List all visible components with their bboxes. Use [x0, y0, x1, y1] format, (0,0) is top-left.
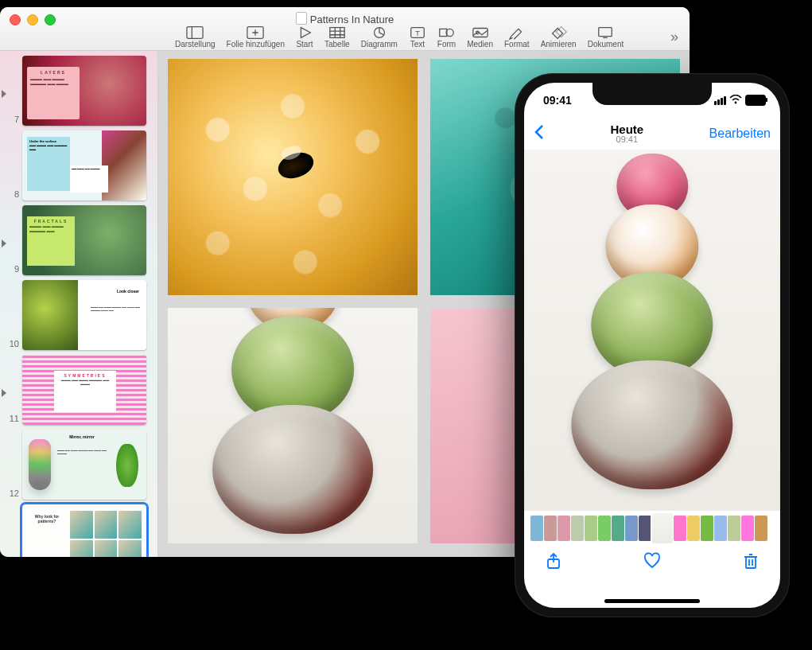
slide-thumbnail-12[interactable]: 12 Mirror, mirror▬▬▬ ▬▬ ▬▬▬ ▬▬▬▬ ▬▬ ▬▬▬ … — [2, 430, 153, 500]
scrubber-thumb[interactable] — [625, 516, 638, 541]
svg-marker-24 — [2, 389, 6, 397]
scrubber-thumb[interactable] — [674, 516, 686, 541]
scrubber-thumb[interactable] — [687, 516, 700, 541]
toolbar-chart[interactable]: Diagramm — [361, 25, 398, 49]
photos-app: 09:41 Heute 09:41 Bearbeiten — [524, 83, 780, 608]
toolbar-text[interactable]: T Text — [409, 25, 426, 49]
scrubber-thumb[interactable] — [571, 516, 584, 541]
toolbar-play[interactable]: Start — [296, 25, 313, 49]
disclosure-icon[interactable] — [0, 386, 8, 394]
slide-navigator[interactable]: 7 LAYERS▬▬▬ ▬▬ ▬▬▬ ▬▬▬▬ ▬▬ ▬▬▬ 8 Under t… — [0, 51, 158, 557]
toolbar-document[interactable]: Dokument — [588, 25, 624, 49]
scrubber-thumb[interactable] — [639, 516, 651, 541]
slide-number: 12 — [2, 488, 19, 500]
svg-marker-22 — [2, 90, 6, 98]
share-button[interactable] — [545, 552, 562, 573]
delete-button[interactable] — [742, 552, 760, 573]
bee-icon — [274, 148, 317, 183]
wifi-icon — [729, 94, 742, 107]
toolbar-media[interactable]: Medien — [467, 25, 493, 49]
scrubber-thumb[interactable] — [598, 516, 611, 541]
document-icon — [296, 12, 307, 25]
slide-thumbnail-10[interactable]: 10 Look closer▬▬▬ ▬▬ ▬▬▬ ▬▬▬▬ ▬▬ ▬▬▬ ▬▬ … — [2, 280, 153, 350]
disclosure-icon[interactable] — [0, 87, 8, 95]
toolbar-format[interactable]: Format — [504, 25, 530, 49]
photo-toolbar — [524, 546, 780, 579]
toolbar-table[interactable]: Tabelle — [324, 25, 350, 49]
toolbar-animate[interactable]: Animieren — [541, 25, 577, 49]
svg-point-25 — [735, 102, 737, 104]
photo-scrubber[interactable] — [524, 511, 780, 546]
slide-thumbnail-13[interactable]: 13 Why look for patterns? — [2, 504, 153, 557]
toolbar-overflow[interactable]: » — [670, 29, 682, 45]
toolbar-shape[interactable]: Form — [437, 25, 456, 49]
favorite-button[interactable] — [643, 552, 661, 573]
svg-text:T: T — [415, 29, 420, 37]
toolbar-view[interactable]: Darstellung — [175, 25, 216, 49]
slide-number: 9 — [2, 264, 19, 275]
image-stacked-urchins[interactable] — [168, 308, 418, 544]
slide-thumbnail-9[interactable]: 9 FRACTALS▬▬▬ ▬▬ ▬▬▬ ▬▬▬▬ ▬▬ — [2, 205, 153, 275]
scrubber-thumb[interactable] — [544, 516, 557, 541]
image-honeycomb[interactable] — [168, 59, 418, 295]
scrubber-thumb[interactable] — [585, 516, 597, 541]
slide-number: 10 — [2, 339, 19, 350]
iphone-device: 09:41 Heute 09:41 Bearbeiten — [515, 73, 790, 617]
slide-number: 7 — [2, 115, 19, 126]
disclosure-icon[interactable] — [0, 236, 8, 244]
svg-rect-6 — [330, 28, 344, 38]
notch — [592, 83, 712, 105]
scrubber-thumb[interactable] — [530, 516, 543, 541]
svg-rect-0 — [187, 27, 203, 39]
slide-number: 8 — [2, 189, 19, 200]
home-indicator[interactable] — [604, 599, 700, 603]
slide-thumbnail-11[interactable]: 11 SYMMETRIES▬▬▬ ▬▬ ▬▬▬ ▬▬▬▬ ▬▬ ▬▬▬ — [2, 355, 153, 425]
back-button[interactable] — [534, 124, 545, 143]
battery-icon — [745, 95, 766, 106]
scrubber-thumb[interactable] — [755, 516, 767, 541]
document-title: Patterns In Nature — [0, 12, 690, 25]
svg-marker-5 — [301, 28, 310, 38]
svg-marker-23 — [2, 239, 6, 247]
nav-title: Heute 09:41 — [610, 123, 643, 144]
edit-button[interactable]: Bearbeiten — [709, 126, 771, 141]
toolbar: Darstellung Folie hinzufügen Start Tabel… — [175, 25, 682, 49]
photo-viewer[interactable] — [524, 150, 780, 511]
photos-nav-bar: Heute 09:41 Bearbeiten — [524, 118, 780, 150]
status-time: 09:41 — [543, 94, 572, 107]
slide-number: 11 — [2, 414, 19, 425]
toolbar-add-slide[interactable]: Folie hinzufügen — [227, 25, 285, 49]
scrubber-thumb[interactable] — [741, 516, 754, 541]
svg-rect-28 — [746, 557, 756, 568]
scrubber-thumb[interactable] — [728, 516, 740, 541]
scrubber-thumb[interactable] — [714, 516, 727, 541]
cellular-icon — [714, 96, 726, 105]
scrubber-thumb[interactable] — [612, 516, 624, 541]
slide-thumbnail-7[interactable]: 7 LAYERS▬▬▬ ▬▬ ▬▬▬ ▬▬▬▬ ▬▬ ▬▬▬ — [2, 56, 153, 126]
titlebar: Patterns In Nature Darstellung Folie hin… — [0, 7, 690, 51]
scrubber-thumb[interactable] — [701, 516, 713, 541]
slide-thumbnail-8[interactable]: 8 Under the surface▬▬ ▬▬▬ ▬▬ ▬▬▬▬ ▬▬▬▬ ▬… — [2, 130, 153, 200]
scrubber-thumb[interactable] — [558, 516, 570, 541]
scrubber-thumb[interactable] — [652, 513, 673, 543]
svg-rect-20 — [599, 28, 612, 37]
